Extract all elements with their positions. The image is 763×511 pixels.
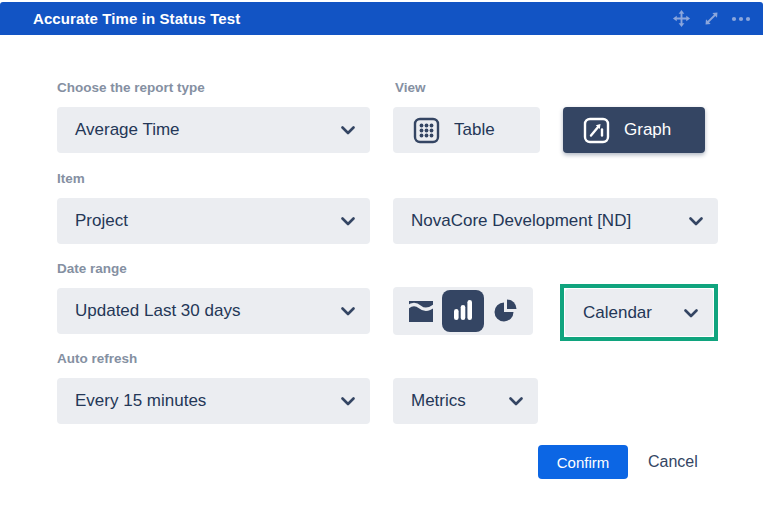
calendar-select[interactable]: Calendar (565, 289, 713, 336)
dialog-title: Accurate Time in Status Test (0, 10, 240, 27)
cancel-button[interactable]: Cancel (640, 445, 706, 479)
report-type-value: Average Time (57, 120, 180, 140)
chevron-down-icon (341, 217, 355, 226)
table-grid-icon (413, 117, 440, 144)
confirm-button[interactable]: Confirm (538, 445, 628, 479)
auto-refresh-label: Auto refresh (57, 351, 137, 366)
chevron-down-icon (689, 217, 703, 226)
view-graph-button[interactable]: Graph (563, 107, 705, 153)
item-select[interactable]: Project (57, 198, 370, 244)
item-label: Item (57, 171, 85, 186)
date-range-label: Date range (57, 261, 127, 276)
auto-refresh-select[interactable]: Every 15 minutes (57, 378, 370, 424)
area-chart-icon[interactable] (400, 290, 442, 332)
date-range-select[interactable]: Updated Last 30 days (57, 288, 370, 334)
metrics-value: Metrics (393, 391, 466, 411)
calendar-value: Calendar (565, 303, 652, 323)
chevron-down-icon (684, 309, 698, 318)
chevron-down-icon (341, 307, 355, 316)
move-icon[interactable] (671, 9, 691, 29)
chevron-down-icon (509, 397, 523, 406)
view-table-button[interactable]: Table (393, 107, 540, 153)
chart-type-group (393, 287, 533, 335)
view-graph-label: Graph (624, 120, 671, 140)
date-range-value: Updated Last 30 days (57, 301, 240, 321)
metrics-select[interactable]: Metrics (393, 378, 538, 424)
item-value: Project (57, 211, 128, 231)
bar-graph-icon (583, 117, 610, 144)
project-select[interactable]: NovaCore Development [ND] (393, 198, 718, 244)
project-value: NovaCore Development [ND] (393, 211, 631, 231)
auto-refresh-value: Every 15 minutes (57, 391, 206, 411)
report-type-label: Choose the report type (57, 80, 205, 95)
chevron-down-icon (341, 397, 355, 406)
view-table-label: Table (454, 120, 495, 140)
resize-diagonal-icon[interactable] (701, 9, 721, 29)
bar-chart-icon[interactable] (442, 290, 484, 332)
chevron-down-icon (341, 126, 355, 135)
view-label: View (395, 80, 426, 95)
report-type-select[interactable]: Average Time (57, 107, 370, 153)
more-options-icon[interactable] (731, 9, 751, 29)
dialog-titlebar: Accurate Time in Status Test (0, 2, 763, 35)
titlebar-actions (671, 2, 751, 35)
time-in-status-dialog: Accurate Time in Status Test (0, 0, 763, 511)
calendar-highlight-box: Calendar (560, 284, 718, 341)
pie-chart-icon[interactable] (484, 290, 526, 332)
